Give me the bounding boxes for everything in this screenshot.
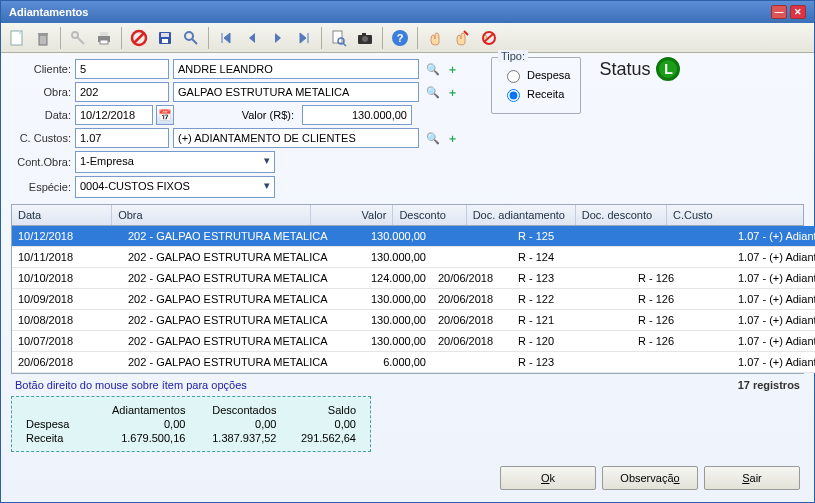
nav-last-icon[interactable] [292,26,316,50]
titlebar: Adiantamentos — ✕ [1,1,814,23]
totals-despesa-saldo: 0,00 [280,417,360,431]
tipo-receita-radio[interactable] [507,89,520,102]
save-icon[interactable] [153,26,177,50]
svg-point-18 [362,36,368,42]
table-row[interactable]: 10/11/2018202 - GALPAO ESTRUTURA METALIC… [12,247,815,268]
calendar-icon[interactable]: 📅 [156,105,174,125]
obra-search-icon[interactable]: 🔍 [425,84,441,100]
sair-button[interactable]: Sair [704,466,800,490]
camera-icon[interactable] [353,26,377,50]
cliente-name-input[interactable] [173,59,419,79]
tipo-receita-label: Receita [527,88,564,100]
svg-rect-6 [100,40,108,44]
search-icon[interactable] [179,26,203,50]
totals-receita-desc: 1.387.937,52 [189,431,280,445]
ccustos-add-icon[interactable]: ＋ [447,131,458,146]
table-row[interactable]: 10/08/2018202 - GALPAO ESTRUTURA METALIC… [12,310,815,331]
ccustos-code-input[interactable] [75,128,169,148]
nav-next-icon[interactable] [266,26,290,50]
new-icon[interactable] [5,26,29,50]
svg-line-8 [134,33,144,43]
delete-icon[interactable] [31,26,55,50]
help-icon[interactable]: ? [388,26,412,50]
svg-rect-10 [161,33,169,37]
totals-head-saldo: Saldo [280,403,360,417]
cliente-add-icon[interactable]: ＋ [447,62,458,77]
nav-prev-icon[interactable] [240,26,264,50]
hand-icon[interactable] [423,26,447,50]
totals-receita-label: Receita [22,431,87,445]
grid-count: 17 registros [738,379,800,391]
grid-body[interactable]: 10/12/2018202 - GALPAO ESTRUTURA METALIC… [12,226,815,373]
contobra-select[interactable]: 1-Empresa [75,151,275,173]
adiantamentos-window: Adiantamentos — ✕ ? Cli [0,0,815,503]
grid-header: Data Obra Valor Desconto Doc. adiantamen… [12,205,803,226]
especie-label: Espécie: [11,181,71,193]
observacao-button[interactable]: Observação [602,466,698,490]
minimize-button[interactable]: — [771,5,787,19]
cliente-code-input[interactable] [75,59,169,79]
col-ccusto[interactable]: C.Custo [667,205,803,225]
table-row[interactable]: 10/10/2018202 - GALPAO ESTRUTURA METALIC… [12,268,815,289]
valor-input[interactable] [302,105,412,125]
col-obra[interactable]: Obra [112,205,311,225]
especie-select[interactable]: 0004-CUSTOS FIXOS [75,176,275,198]
doc-search-icon[interactable] [327,26,351,50]
grid-hint: Botão direito do mouse sobre ítem para o… [15,379,247,391]
status-area: Status L [599,57,680,81]
svg-point-12 [185,32,193,40]
table-row[interactable]: 20/06/2018202 - GALPAO ESTRUTURA METALIC… [12,352,815,373]
print-icon[interactable] [92,26,116,50]
svg-text:?: ? [397,32,404,44]
obra-name-input[interactable] [173,82,419,102]
status-ok-icon: L [656,57,680,81]
tipo-group: Tipo: Despesa Receita [491,57,581,114]
totals-panel: Adiantamentos Descontados Saldo Despesa … [11,396,371,452]
data-label: Data: [11,109,71,121]
valor-label: Valor (R$): [178,109,298,121]
cliente-label: Cliente: [11,63,71,75]
totals-despesa-adiant: 0,00 [87,417,190,431]
obra-label: Obra: [11,86,71,98]
obra-add-icon[interactable]: ＋ [447,85,458,100]
totals-despesa-label: Despesa [22,417,87,431]
ccustos-search-icon[interactable]: 🔍 [425,130,441,146]
hand-edit-icon[interactable] [449,26,473,50]
cancel-icon[interactable] [127,26,151,50]
tipo-despesa-radio[interactable] [507,70,520,83]
col-doc-desconto[interactable]: Doc. desconto [576,205,667,225]
col-desconto[interactable]: Desconto [393,205,466,225]
col-valor[interactable]: Valor [311,205,393,225]
obra-code-input[interactable] [75,82,169,102]
table-row[interactable]: 10/12/2018202 - GALPAO ESTRUTURA METALIC… [12,226,815,247]
hand-block-icon[interactable] [475,26,499,50]
table-row[interactable]: 10/09/2018202 - GALPAO ESTRUTURA METALIC… [12,289,815,310]
totals-head-desc: Descontados [189,403,280,417]
button-bar: Ok Observação Sair [500,466,800,490]
tipo-legend: Tipo: [498,50,528,62]
col-data[interactable]: Data [12,205,112,225]
ccustos-name-input[interactable] [173,128,419,148]
contobra-label: Cont.Obra: [11,156,71,168]
grid-footer: Botão direito do mouse sobre ítem para o… [11,374,804,396]
nav-first-icon[interactable] [214,26,238,50]
close-button[interactable]: ✕ [790,5,806,19]
svg-rect-5 [100,32,108,36]
totals-head-adiant: Adiantamentos [87,403,190,417]
svg-rect-19 [362,33,366,35]
key-icon[interactable] [66,26,90,50]
svg-rect-1 [39,35,47,45]
table-row[interactable]: 10/07/2018202 - GALPAO ESTRUTURA METALIC… [12,331,815,352]
svg-line-13 [192,39,197,44]
adiantamentos-grid: Data Obra Valor Desconto Doc. adiantamen… [11,204,804,374]
ok-button[interactable]: Ok [500,466,596,490]
totals-despesa-desc: 0,00 [189,417,280,431]
svg-line-16 [343,43,346,46]
data-input[interactable] [75,105,153,125]
ccustos-label: C. Custos: [11,132,71,144]
svg-rect-11 [162,39,168,43]
form-area: Cliente: 🔍 ＋ Obra: 🔍 ＋ Data: 📅 Valor (R$… [1,53,814,502]
window-title: Adiantamentos [9,6,88,18]
cliente-search-icon[interactable]: 🔍 [425,61,441,77]
col-doc-adiantamento[interactable]: Doc. adiantamento [467,205,576,225]
